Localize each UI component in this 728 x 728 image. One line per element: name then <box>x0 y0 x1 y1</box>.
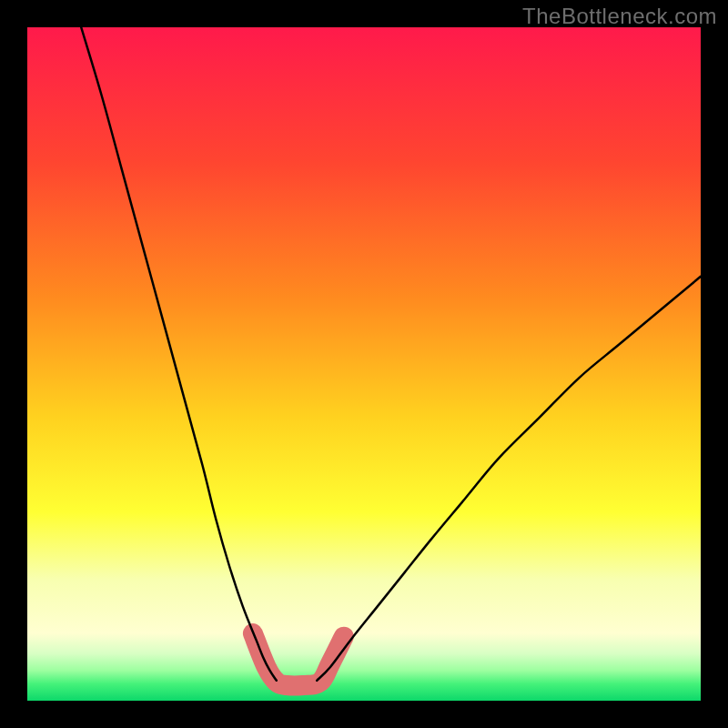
watermark-text: TheBottleneck.com <box>522 4 717 29</box>
background-gradient <box>27 27 701 701</box>
chart-frame: TheBottleneck.com <box>0 0 728 728</box>
chart-svg <box>27 27 701 701</box>
plot-area <box>27 27 701 701</box>
